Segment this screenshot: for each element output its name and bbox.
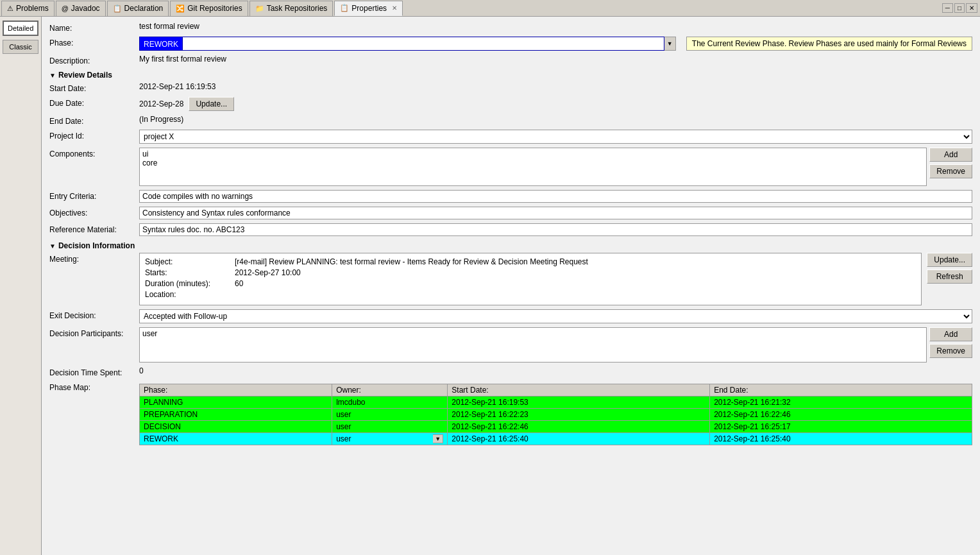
entry-criteria-input[interactable]: Code compiles with no warnings [139,190,972,203]
close-view-btn[interactable]: ✕ [966,3,977,13]
project-id-label: Project Id: [49,130,139,141]
decision-participants-row: Decision Participants: user Add Remove [49,327,972,363]
description-row: Description: My first first formal revie… [49,55,972,65]
meeting-refresh-btn[interactable]: Refresh [927,269,972,284]
participants-add-btn[interactable]: Add [929,327,972,341]
phase-map-row: Phase Map: Phase: Owner: Start Date: End… [49,381,972,445]
reference-material-input[interactable]: Syntax rules doc. no. ABC123 [139,223,972,236]
tab-git-repos-label: Git Repositories [187,4,242,13]
meeting-starts-label: Starts: [145,268,235,277]
owner-cell[interactable]: user▼ [332,433,448,445]
owner-cell: user [332,421,448,433]
properties-icon: 📋 [340,4,349,12]
phase-col-header: Phase: [140,384,332,397]
meeting-duration-value: 60 [235,279,916,288]
meeting-row: Meeting: Subject: [r4e-mail] Review PLAN… [49,253,972,305]
start-date-value: 2012-Sep-21 16:19:53 [139,82,972,91]
phase-tooltip: The Current Review Phase. Review Phases … [686,37,972,51]
end-date-cell: 2012-Sep-21 16:21:32 [710,397,972,409]
tab-bar-controls: ─ □ ✕ [942,3,980,13]
end-date-cell: 2012-Sep-21 16:22:46 [710,409,972,421]
phase-map-area: Phase: Owner: Start Date: End Date: PLAN… [139,381,972,445]
project-id-select[interactable]: project X [139,130,972,144]
start-date-row: Start Date: 2012-Sep-21 16:19:53 [49,82,972,93]
objectives-input[interactable]: Consistency and Syntax rules conformance [139,207,972,219]
participants-remove-btn[interactable]: Remove [929,344,972,358]
exit-decision-select[interactable]: Accepted with Follow-up [139,309,972,323]
participants-list[interactable]: user [139,327,927,363]
start-date-cell: 2012-Sep-21 16:19:53 [448,397,710,409]
sidebar-classic-btn[interactable]: Classic [3,40,38,54]
decision-information-header: ▼ Decision Information [49,241,972,250]
meeting-location-value [235,290,916,299]
meeting-subject-label: Subject: [145,257,235,266]
content-area: Name: test formal review Phase: REWORK ▼… [42,17,980,555]
decision-time-spent-label: Decision Time Spent: [49,366,139,377]
owner-col-header: Owner: [332,384,448,397]
start-date-cell: 2012-Sep-21 16:22:23 [448,409,710,421]
meeting-area: Subject: [r4e-mail] Review PLANNING: tes… [139,253,972,305]
phase-cell: PLANNING [140,397,332,409]
end-date-cell: 2012-Sep-21 16:25:17 [710,421,972,433]
description-value: My first first formal review [139,55,972,64]
phase-dropdown-wrapper: REWORK ▼ [139,37,676,51]
components-add-btn[interactable]: Add [929,148,972,162]
tab-problems[interactable]: ⚠ Problems [1,1,55,16]
tab-git-repos[interactable]: 🔀 Git Repositories [170,1,248,16]
project-id-dropdown: project X [139,130,972,144]
phase-dropdown-btn[interactable]: ▼ [664,37,676,51]
meeting-label: Meeting: [49,253,139,264]
name-label: Name: [49,22,139,33]
task-repos-icon: 📁 [255,4,264,13]
git-icon: 🔀 [176,4,185,13]
tab-properties[interactable]: 📋 Properties ✕ [334,1,403,16]
due-date-value: 2012-Sep-28 [139,99,183,108]
problems-icon: ⚠ [7,4,13,13]
meeting-subject-row: Subject: [r4e-mail] Review PLANNING: tes… [145,257,916,266]
name-row: Name: test formal review [49,22,972,33]
objectives-row: Objectives: Consistency and Syntax rules… [49,207,972,219]
phase-dropdown-fill [183,37,664,51]
decision-time-spent-value: 0 [139,366,972,375]
review-details-toggle[interactable]: ▼ [49,72,56,79]
meeting-subject-value: [r4e-mail] Review PLANNING: test formal … [235,257,916,266]
phase-map-row: DECISIONuser2012-Sep-21 16:22:462012-Sep… [140,421,972,433]
components-remove-btn[interactable]: Remove [929,164,972,178]
project-id-row: Project Id: project X [49,130,972,144]
owner-cell: lmcdubo [332,397,448,409]
reference-material-label: Reference Material: [49,223,139,234]
tab-problems-label: Problems [16,4,49,13]
description-label: Description: [49,55,139,65]
components-label: Components: [49,148,139,158]
due-date-update-btn[interactable]: Update... [189,97,234,111]
meeting-update-btn[interactable]: Update... [927,253,972,267]
meeting-location-label: Location: [145,290,235,299]
tab-declaration[interactable]: 📋 Declaration [107,1,169,16]
meeting-buttons: Update... Refresh [927,253,972,284]
decision-info-toggle[interactable]: ▼ [49,243,56,250]
project-id-wrapper: project X [139,130,972,144]
tab-properties-close[interactable]: ✕ [392,4,397,12]
tab-javadoc[interactable]: @ Javadoc [56,1,106,16]
end-date-cell: 2012-Sep-21 16:25:40 [710,433,972,445]
meeting-location-row: Location: [145,290,916,299]
components-list[interactable]: ui core [139,148,927,186]
minimize-btn[interactable]: ─ [942,3,953,13]
sidebar-detailed-btn[interactable]: Detailed [3,21,38,36]
phase-map-row: REWORKuser▼2012-Sep-21 16:25:402012-Sep-… [140,433,972,445]
components-area: ui core Add Remove [139,148,972,186]
review-details-label: Review Details [58,71,112,80]
exit-decision-area: Accepted with Follow-up [139,309,972,323]
phase-table-header-row: Phase: Owner: Start Date: End Date: [140,384,972,397]
tab-task-repos[interactable]: 📁 Task Repositories [249,1,334,16]
tab-task-repos-label: Task Repositories [267,4,328,13]
reference-material-value: Syntax rules doc. no. ABC123 [139,223,972,236]
phase-selected: REWORK [139,37,183,51]
entry-criteria-value: Code compiles with no warnings [139,190,972,203]
phase-cell: REWORK [140,433,332,445]
tab-javadoc-label: Javadoc [71,4,100,13]
maximize-btn[interactable]: □ [954,3,965,13]
phase-value-area: REWORK ▼ The Current Review Phase. Revie… [139,37,972,51]
exit-decision-row: Exit Decision: Accepted with Follow-up [49,309,972,323]
name-value: test formal review [139,22,972,31]
